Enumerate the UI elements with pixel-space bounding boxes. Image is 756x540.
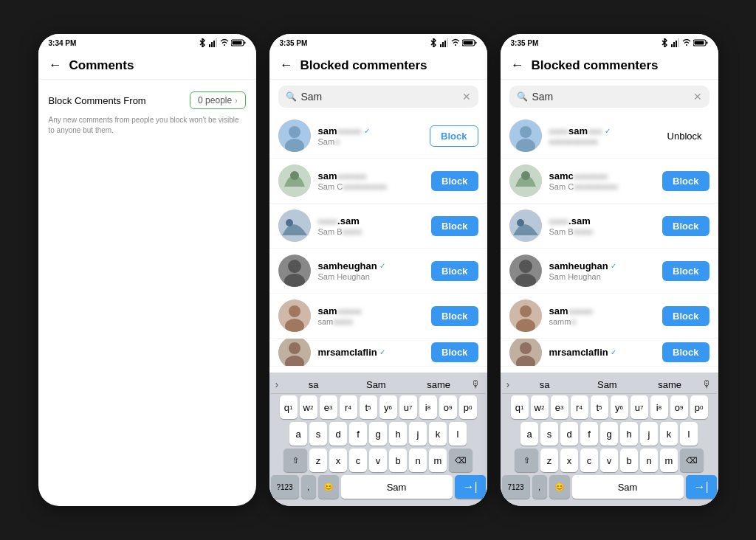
key-r[interactable]: r4 xyxy=(340,395,357,419)
key-i-3[interactable]: i8 xyxy=(650,395,668,419)
back-button-3[interactable]: ← xyxy=(511,58,524,73)
key-o[interactable]: o9 xyxy=(439,395,457,419)
key-s[interactable]: s xyxy=(309,422,327,446)
key-d[interactable]: d xyxy=(329,422,347,446)
unblock-button[interactable]: Unblock xyxy=(660,126,709,146)
key-b-3[interactable]: b xyxy=(620,449,638,472)
emoji-key[interactable]: 😊 xyxy=(318,475,339,499)
suggestion-sa[interactable]: sa xyxy=(283,379,344,390)
key-z-3[interactable]: z xyxy=(540,449,558,472)
key-a-3[interactable]: a xyxy=(520,422,538,446)
block-button[interactable]: Block xyxy=(431,261,478,281)
key-m-3[interactable]: m xyxy=(660,449,678,472)
suggestion-same-3[interactable]: same xyxy=(639,379,701,390)
key-y[interactable]: y6 xyxy=(379,395,397,419)
time-1: 3:34 PM xyxy=(49,39,77,47)
key-r-3[interactable]: r4 xyxy=(571,395,588,419)
key-w-3[interactable]: w2 xyxy=(531,395,549,419)
key-e[interactable]: e3 xyxy=(320,395,337,419)
key-q[interactable]: q1 xyxy=(280,395,298,419)
key-row-2: a s d f g h j k l xyxy=(271,422,486,446)
block-button[interactable]: Block xyxy=(431,171,478,191)
key-j[interactable]: j xyxy=(409,422,427,446)
block-button[interactable]: Block xyxy=(662,216,709,236)
key-h[interactable]: h xyxy=(389,422,407,446)
key-p[interactable]: p0 xyxy=(459,395,477,419)
key-s-3[interactable]: s xyxy=(540,422,558,446)
key-g-3[interactable]: g xyxy=(600,422,618,446)
key-c[interactable]: c xyxy=(349,449,367,472)
key-row-2-3: a s d f g h j k l xyxy=(502,422,717,446)
key-a[interactable]: a xyxy=(289,422,307,446)
block-button[interactable]: Block xyxy=(662,261,709,281)
search-bar-3[interactable]: 🔍 Sam ✕ xyxy=(509,86,709,108)
clear-button-3[interactable]: ✕ xyxy=(693,91,702,103)
key-i[interactable]: i8 xyxy=(419,395,437,419)
key-h-3[interactable]: h xyxy=(620,422,638,446)
suggestion-sa-3[interactable]: sa xyxy=(514,379,575,390)
key-f[interactable]: f xyxy=(349,422,367,446)
emoji-key-3[interactable]: 😊 xyxy=(549,475,570,499)
svg-rect-7 xyxy=(232,41,241,45)
num-key-3[interactable]: 7123 xyxy=(502,475,530,499)
shift-key[interactable]: ⇧ xyxy=(284,449,307,472)
block-button[interactable]: Block xyxy=(662,171,709,191)
key-n-3[interactable]: n xyxy=(640,449,658,472)
key-x-3[interactable]: x xyxy=(560,449,578,472)
key-e-3[interactable]: e3 xyxy=(551,395,568,419)
clear-button-2[interactable]: ✕ xyxy=(462,91,471,103)
key-w[interactable]: w2 xyxy=(300,395,317,419)
key-p-3[interactable]: p0 xyxy=(690,395,708,419)
shift-key-3[interactable]: ⇧ xyxy=(515,449,538,472)
key-m[interactable]: m xyxy=(429,449,447,472)
backspace-key-3[interactable]: ⌫ xyxy=(680,449,704,472)
key-c-3[interactable]: c xyxy=(580,449,598,472)
key-t[interactable]: t5 xyxy=(360,395,377,419)
key-o-3[interactable]: o9 xyxy=(670,395,688,419)
people-button[interactable]: 0 people › xyxy=(190,91,245,109)
block-button[interactable]: Block xyxy=(662,306,709,326)
key-t-3[interactable]: t5 xyxy=(591,395,608,419)
backspace-key[interactable]: ⌫ xyxy=(449,449,472,472)
key-l-3[interactable]: l xyxy=(680,422,698,446)
back-button-1[interactable]: ← xyxy=(49,58,62,73)
enter-key[interactable]: →| xyxy=(455,475,486,499)
comma-key-3[interactable]: , xyxy=(532,475,547,499)
key-v-3[interactable]: v xyxy=(600,449,618,472)
back-button-2[interactable]: ← xyxy=(280,58,293,73)
key-k-3[interactable]: k xyxy=(660,422,678,446)
space-key[interactable]: Sam xyxy=(341,475,453,499)
block-button[interactable]: Block xyxy=(431,342,478,362)
key-d-3[interactable]: d xyxy=(560,422,578,446)
key-u-3[interactable]: u7 xyxy=(630,395,648,419)
key-l[interactable]: l xyxy=(449,422,467,446)
key-b[interactable]: b xyxy=(389,449,407,472)
search-icon-2: 🔍 xyxy=(286,91,297,102)
key-f-3[interactable]: f xyxy=(580,422,598,446)
user-info: mrsamclaflin ✓ xyxy=(318,347,425,358)
suggestion-same[interactable]: same xyxy=(408,379,470,390)
key-j-3[interactable]: j xyxy=(640,422,658,446)
comma-key[interactable]: , xyxy=(301,475,316,499)
key-q-3[interactable]: q1 xyxy=(511,395,529,419)
num-key[interactable]: ?123 xyxy=(271,475,299,499)
block-button[interactable]: Block xyxy=(431,216,478,236)
search-bar-2[interactable]: 🔍 Sam ✕ xyxy=(278,86,478,108)
block-button[interactable]: Block xyxy=(662,342,709,362)
suggestion-sam[interactable]: Sam xyxy=(346,379,407,390)
key-g[interactable]: g xyxy=(369,422,387,446)
key-y-3[interactable]: y6 xyxy=(611,395,628,419)
key-x[interactable]: x xyxy=(329,449,347,472)
search-value-3[interactable]: Sam xyxy=(532,91,689,103)
block-button[interactable]: Block xyxy=(430,125,478,147)
key-v[interactable]: v xyxy=(369,449,387,472)
block-button[interactable]: Block xyxy=(431,306,478,326)
key-k[interactable]: k xyxy=(429,422,447,446)
key-n[interactable]: n xyxy=(409,449,427,472)
enter-key-3[interactable]: →| xyxy=(686,475,717,499)
search-value-2[interactable]: Sam xyxy=(301,91,458,103)
space-key-3[interactable]: Sam xyxy=(572,475,684,499)
key-z[interactable]: z xyxy=(309,449,327,472)
suggestion-sam-3[interactable]: Sam xyxy=(577,379,638,390)
key-u[interactable]: u7 xyxy=(399,395,417,419)
